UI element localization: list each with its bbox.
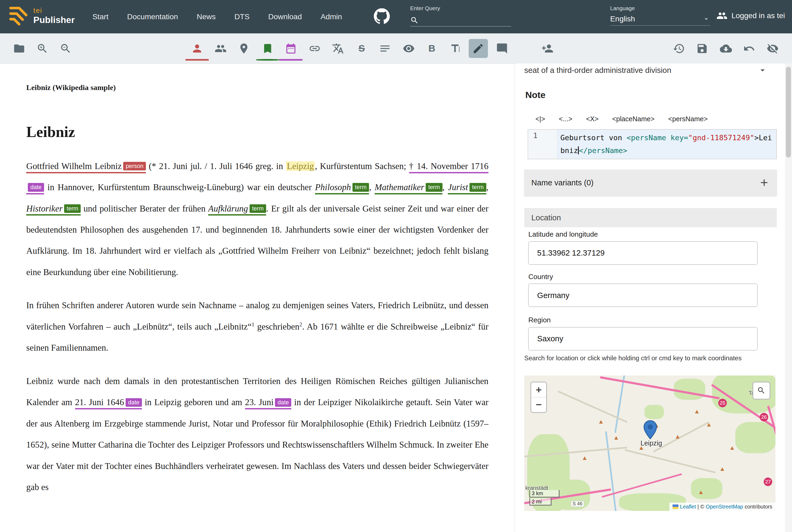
annotation-person[interactable]: Gottfried Wilhelm Leibnizperson xyxy=(26,161,146,173)
map-river xyxy=(605,431,616,511)
annotate-date-button[interactable] xyxy=(281,39,301,58)
scrollbar-thumb[interactable] xyxy=(786,67,791,157)
editor-placename-button[interactable]: <placeName> xyxy=(612,115,655,123)
language-label: Language xyxy=(610,5,710,12)
map-marker-icon[interactable] xyxy=(643,420,657,439)
feature-class-select[interactable]: seat of a third-order administrative div… xyxy=(524,63,768,77)
map-poi-marker xyxy=(707,423,711,426)
segment-text: in Hannover, Kurfürstentum Braunschweig-… xyxy=(44,183,315,192)
segment-ctag: </persName> xyxy=(579,146,627,155)
annotation-term[interactable]: Aufklärungterm xyxy=(208,204,266,216)
query-input[interactable] xyxy=(422,16,508,24)
nav-dts[interactable]: DTS xyxy=(234,12,250,21)
latlng-label: Latitude and longitude xyxy=(528,230,598,239)
chevron-down-icon xyxy=(757,65,768,75)
github-link[interactable] xyxy=(372,7,391,26)
location-map[interactable]: 25 26 27 S 46 Taucha kranstädt Leipzig +… xyxy=(524,376,775,511)
eye-off-icon xyxy=(767,42,779,55)
open-folder-button[interactable] xyxy=(10,39,29,58)
nav-start[interactable]: Start xyxy=(92,12,109,21)
link-icon xyxy=(309,42,321,55)
annotation-term[interactable]: Philosophterm xyxy=(315,183,369,194)
history-button[interactable] xyxy=(669,39,688,58)
annotate-comment-button[interactable] xyxy=(493,39,512,58)
annotate-organization-button[interactable] xyxy=(211,39,230,58)
annotation-place[interactable]: Leipzig xyxy=(286,161,315,171)
region-field-wrap xyxy=(528,327,757,350)
annotate-link-button[interactable] xyxy=(305,39,325,58)
annotation-badge-date: date xyxy=(28,183,44,191)
annotate-bold-button[interactable]: B xyxy=(422,39,441,58)
person-icon xyxy=(191,42,203,55)
annotate-translate-button[interactable] xyxy=(328,39,348,58)
download-button[interactable] xyxy=(716,39,735,58)
nav-documentation[interactable]: Documentation xyxy=(127,12,178,21)
language-select[interactable]: Language English xyxy=(610,5,710,26)
map-green-area xyxy=(691,478,722,499)
editor-gutter: 1 xyxy=(528,130,557,159)
annotate-place-button[interactable] xyxy=(234,39,254,58)
annotation-date[interactable]: 21. Juni 1646date xyxy=(75,397,142,410)
leaflet-link[interactable]: Leaflet xyxy=(680,504,696,510)
annotation-badge-person: person xyxy=(123,162,146,170)
editor-snippet-button[interactable]: <|> xyxy=(535,115,545,123)
annotation-term[interactable]: Juristterm xyxy=(448,183,486,194)
map-green-area xyxy=(645,405,664,419)
cloud-download-icon xyxy=(720,42,732,55)
segment-text: geschrieben xyxy=(254,322,299,331)
zoom-in-button[interactable] xyxy=(33,39,52,58)
add-person-button[interactable] xyxy=(538,39,557,58)
bookmark-active-indicator xyxy=(256,59,279,61)
annotation-date[interactable]: 23. Junidate xyxy=(245,397,292,410)
hide-annotations-button[interactable] xyxy=(763,39,782,58)
logo-publisher-text: Publisher xyxy=(33,15,75,24)
annotate-strikethrough-button[interactable]: S xyxy=(352,39,371,58)
annotation-term[interactable]: Historikerterm xyxy=(26,204,81,216)
folder-icon xyxy=(13,42,25,55)
nav-news[interactable]: News xyxy=(197,12,216,21)
latlng-input[interactable] xyxy=(529,242,757,264)
nav-download[interactable]: Download xyxy=(268,12,302,21)
annotate-lines-button[interactable] xyxy=(375,39,394,58)
search-icon xyxy=(410,16,419,24)
tei-logo-icon xyxy=(8,4,31,27)
map-zoom-in-button[interactable]: + xyxy=(531,382,547,397)
topbar: tei Publisher Start Documentation News D… xyxy=(0,0,792,33)
location-title: Location xyxy=(532,213,561,222)
paragraph-1: Gottfried Wilhelm Leibnizperson (* 21. J… xyxy=(26,156,489,283)
save-button[interactable] xyxy=(693,39,712,58)
region-input[interactable] xyxy=(529,327,757,350)
nav-admin[interactable]: Admin xyxy=(321,12,342,21)
map-city-label: Leipzig xyxy=(641,439,662,447)
editor-code-content[interactable]: Geburtsort von <persName key="gnd-118571… xyxy=(557,130,776,159)
login-status[interactable]: Logged in as tei xyxy=(716,10,785,21)
annotate-title-button[interactable] xyxy=(445,39,465,58)
annotate-person-button[interactable] xyxy=(187,39,206,58)
map-scale-mi: 2 mi xyxy=(529,498,552,506)
zoom-out-button[interactable] xyxy=(56,39,75,58)
map-poi-marker xyxy=(599,420,603,423)
map-zoom-out-button[interactable]: − xyxy=(531,397,547,412)
annotate-edit-button[interactable] xyxy=(469,39,488,58)
osm-link[interactable]: OpenStreetMap xyxy=(706,504,743,510)
editor-ellipsis-button[interactable]: <...> xyxy=(559,115,572,123)
annotation-term[interactable]: Mathematikerterm xyxy=(375,183,442,194)
annotation-badge-term: term xyxy=(469,183,486,191)
note-editor[interactable]: 1 Geburtsort von <persName key="gnd-1185… xyxy=(528,129,777,159)
plus-icon[interactable] xyxy=(759,177,770,188)
ukraine-flag-icon xyxy=(673,505,679,509)
editor-persname-button[interactable]: <persName> xyxy=(668,115,707,123)
zoom-out-icon xyxy=(60,42,72,55)
map-poi-marker xyxy=(730,446,734,450)
undo-button[interactable] xyxy=(739,39,759,58)
map-search-button[interactable] xyxy=(753,382,770,399)
annotate-bookmark-button[interactable] xyxy=(258,39,277,58)
annotate-visibility-button[interactable] xyxy=(399,39,418,58)
map-road xyxy=(653,421,709,452)
segment-cattr: key= xyxy=(671,134,688,142)
app-logo[interactable]: tei Publisher xyxy=(8,4,75,27)
country-input[interactable] xyxy=(529,284,757,307)
editor-clear-button[interactable]: <X> xyxy=(586,115,598,123)
map-attribution: Leaflet | © OpenStreetMap contributors xyxy=(669,502,775,511)
scrollbar[interactable] xyxy=(785,63,792,532)
